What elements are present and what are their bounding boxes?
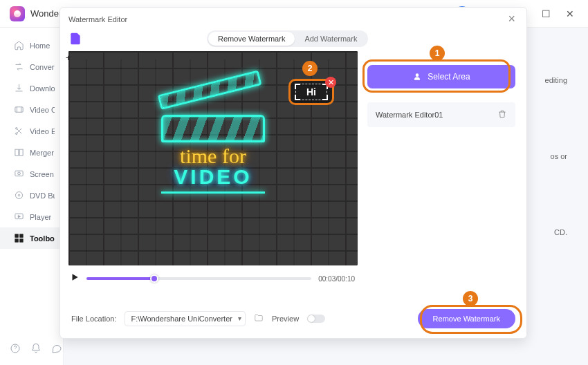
sidebar-item-dvd-burner[interactable]: DVD Burner (0, 185, 63, 206)
notifications-icon[interactable] (30, 343, 42, 357)
feedback-icon[interactable] (51, 343, 62, 357)
seek-slider[interactable] (86, 277, 311, 280)
selection-handle-icon[interactable] (322, 95, 328, 100)
callout-badge-3: 3 (463, 291, 478, 306)
sidebar-item-label: Merger (30, 149, 54, 157)
neon-text-line2: VIDEO (161, 165, 265, 189)
selection-handle-icon[interactable] (295, 95, 300, 100)
modal-footer: File Location: F:\Wondershare UniConvert… (60, 302, 526, 338)
sidebar-item-label: Downloader (30, 84, 55, 93)
svg-rect-5 (15, 171, 23, 176)
callout-outline-1 (362, 59, 511, 93)
background-text: os or (551, 152, 567, 160)
callout-badge-1: 1 (430, 46, 445, 61)
watermark-mode-toggle: Remove Watermark Add Watermark (207, 30, 368, 47)
window-close-icon[interactable]: ✕ (562, 7, 578, 21)
sidebar-item-downloader[interactable]: Downloader (0, 77, 63, 99)
tab-remove-watermark[interactable]: Remove Watermark (208, 32, 295, 46)
background-text: CD. (554, 228, 567, 236)
sidebar-item-label: Screen Recorder (30, 170, 55, 178)
sidebar-item-label: Video Compressor (30, 106, 55, 114)
svg-rect-11 (20, 234, 23, 237)
help-icon[interactable] (10, 343, 21, 357)
svg-point-6 (18, 172, 21, 175)
sidebar-item-toolbox[interactable]: Toolbox (0, 227, 63, 249)
playback-time: 00:03/00:10 (318, 275, 355, 283)
svg-point-7 (16, 192, 23, 199)
sidebar-item-merger[interactable]: Merger (0, 142, 63, 163)
sidebar-item-label: Player (30, 213, 51, 221)
remove-watermark-button[interactable]: Remove Watermark (418, 309, 515, 328)
video-frame-content: time for VIDEO (161, 115, 265, 194)
sidebar-item-label: Toolbox (30, 234, 55, 243)
add-file-icon[interactable]: + (68, 32, 82, 46)
sidebar: Home Converter Downloader Video Compress… (0, 28, 64, 365)
preview-toggle[interactable] (307, 315, 325, 323)
modal-title: Watermark Editor (68, 15, 127, 24)
delete-selection-icon[interactable]: ✕ (325, 77, 336, 88)
sidebar-item-label: DVD Burner (30, 191, 55, 200)
selection-handle-icon[interactable] (295, 84, 300, 89)
callout-badge-2: 2 (302, 61, 318, 76)
sidebar-item-screen-recorder[interactable]: Screen Recorder (0, 163, 63, 185)
sidebar-item-converter[interactable]: Converter (0, 56, 63, 77)
tab-add-watermark[interactable]: Add Watermark (295, 32, 367, 46)
watermark-selection-box[interactable]: Hi ✕ (288, 79, 334, 105)
sidebar-item-video-editor[interactable]: Video Editor (0, 120, 63, 142)
sidebar-item-player[interactable]: Player (0, 206, 63, 227)
playback-bar: 00:03/00:10 (68, 265, 356, 288)
svg-rect-13 (20, 239, 23, 242)
watermark-item-name: Watermark Editor01 (376, 111, 443, 119)
watermark-editor-modal: Watermark Editor × + Remove Watermark Ad… (59, 7, 527, 339)
delete-icon[interactable] (497, 109, 507, 120)
svg-rect-3 (15, 149, 19, 156)
svg-rect-10 (15, 234, 18, 237)
preview-label: Preview (272, 315, 299, 323)
svg-rect-12 (15, 239, 18, 242)
sidebar-item-home[interactable]: Home (0, 35, 63, 56)
app-logo-icon (10, 6, 25, 21)
background-text: editing (545, 76, 567, 84)
sidebar-item-label: Converter (30, 63, 55, 71)
file-location-label: File Location: (71, 315, 116, 323)
file-location-select[interactable]: F:\Wondershare UniConverter (125, 311, 246, 326)
svg-rect-0 (15, 107, 23, 113)
seek-thumb-icon[interactable] (150, 274, 158, 283)
video-preview[interactable]: time for VIDEO 2 Hi ✕ (68, 51, 358, 265)
sidebar-item-label: Video Editor (30, 127, 55, 135)
open-folder-icon[interactable] (254, 313, 264, 324)
sidebar-item-label: Home (30, 41, 50, 50)
sidebar-footer (0, 336, 63, 365)
neon-text-line1: time for (161, 147, 265, 165)
window-maximize-icon[interactable]: ☐ (538, 7, 555, 21)
sidebar-item-video-compressor[interactable]: Video Compressor (0, 99, 63, 120)
play-icon[interactable] (70, 272, 80, 285)
svg-rect-4 (19, 149, 23, 156)
svg-point-8 (18, 194, 20, 196)
close-icon[interactable]: × (505, 12, 518, 26)
watermark-list-item[interactable]: Watermark Editor01 (367, 102, 515, 127)
